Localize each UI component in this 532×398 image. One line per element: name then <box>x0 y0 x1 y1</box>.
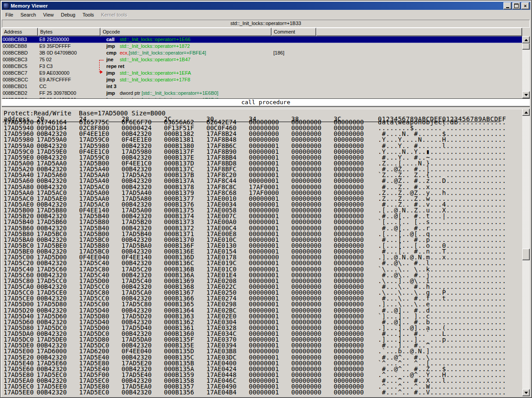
operand-mem: [std::_Init_locks::operator=+1E6B0] <box>142 90 218 96</box>
hex-value[interactable]: 17AE04B4 <box>206 390 236 395</box>
instruction-operands: std::_Init_locks::operator=+17F8 <box>120 77 190 82</box>
instruction-mnemonic: jmp <box>106 90 115 96</box>
menu-item-search[interactable]: Search <box>17 11 40 18</box>
disassembly-row[interactable]: 008BCBC3 75 02 jne std::_Init_locks::ope… <box>2 56 522 63</box>
instruction-mnemonic: repe ret <box>106 64 124 69</box>
menu-item-view[interactable]: View <box>40 11 58 18</box>
column-header-bytes[interactable]: Bytes <box>38 28 101 36</box>
instruction-comment: [186] <box>273 50 284 55</box>
hex-value[interactable]: 00000000 <box>334 390 364 395</box>
hex-value[interactable]: 00B42320 <box>37 390 67 395</box>
instruction-bytes: E8 2E030000 <box>39 37 69 42</box>
instruction-operands: std::_Init_locks::operator=+1B47 <box>120 57 190 62</box>
disassembly-row[interactable]: 008BCBC5 F3 C3 repe ret <box>2 63 522 70</box>
hex-scroll-up-button[interactable] <box>522 109 530 116</box>
maximize-button[interactable] <box>512 2 520 9</box>
hex-value[interactable]: 000B1356 <box>164 390 194 395</box>
instruction-operands: std::_Init_locks::operator=+1872 <box>120 43 190 49</box>
app-icon <box>3 3 9 9</box>
hex-row[interactable]: 17AD5EE0 #...^.. #..V...................… <box>2 390 522 395</box>
disassembly-row[interactable]: 008BCBBD 3B 0D 64709B00 cmp ecx,[std::_I… <box>2 50 522 56</box>
instruction-mnemonic: cmp <box>106 50 117 55</box>
instruction-bytes: 3B 0D 64709B00 <box>39 50 77 55</box>
menu-bar: FileSearchViewDebugToolsKernel tools <box>2 10 530 19</box>
operand-reg: ecx, <box>120 50 129 55</box>
symbol-address-bar[interactable]: std::_Init_locks::operator=+1B33 <box>2 20 530 28</box>
close-button[interactable]: × <box>521 2 529 9</box>
operand-mem: [std::_Init_locks::operator=+FBFE4] <box>129 50 206 55</box>
instruction-operands: ecx,[std::_Init_locks::operator=+FBFE4] <box>120 50 206 55</box>
instruction-bytes: FF 25 30978D00 <box>39 90 76 96</box>
operand-sym: std::_Init_locks::operator=+1EFA <box>120 70 191 76</box>
close-icon: × <box>524 4 527 8</box>
arrow-up-icon <box>524 111 528 114</box>
instruction-address: 008BCBC7 <box>3 70 27 76</box>
hex-row-ascii: #...^.. #..V................... <box>378 390 506 395</box>
minimize-button[interactable] <box>503 2 511 9</box>
title-bar[interactable]: Memory Viewer × <box>2 2 530 10</box>
instruction-operands: dword ptr [std::_Init_locks::operator=+1… <box>120 90 218 96</box>
column-header-filler <box>316 28 522 36</box>
instruction-mnemonic: int 3 <box>106 84 117 89</box>
opcode-help-bar: call procedure <box>2 98 530 106</box>
jump-arrow-icon <box>100 70 103 74</box>
operand-sym: std::_Init_locks::operator=+17F8 <box>120 77 190 82</box>
hex-value[interactable]: 00B42320 <box>121 390 151 395</box>
arrow-down-icon <box>524 392 528 394</box>
hex-value[interactable]: 00000001 <box>249 390 279 395</box>
hex-rows: 17AD5920 data\weaponobject.db...........… <box>2 119 522 396</box>
column-header-opcode[interactable]: Opcode <box>101 28 272 36</box>
instruction-address: 008BCBB3 <box>3 37 27 42</box>
arrow-down-icon <box>524 94 528 96</box>
instruction-bytes: 75 02 <box>39 57 52 62</box>
hex-scrollbar[interactable] <box>522 109 530 396</box>
instruction-mnemonic: jmp <box>106 43 115 49</box>
disassembly-row[interactable]: 008BCBD1 CC int 3 <box>2 83 522 90</box>
scrollbar-thumb[interactable] <box>522 43 530 50</box>
hex-row-address: 17AD5EE0 <box>4 390 34 395</box>
operand-sym: std::_Init_locks::operator=+1E66 <box>120 37 190 42</box>
instruction-address: 008BCBCC <box>3 77 28 82</box>
memory-viewer-window: { "window": { "title": "Memory Viewer", … <box>0 0 532 398</box>
hex-value[interactable]: 17AD5EC0 <box>79 390 109 395</box>
menu-item-file[interactable]: File <box>2 11 17 18</box>
operand-plain: dword ptr <box>120 90 142 96</box>
operand-sym: std::_Init_locks::operator=+1B47 <box>120 57 190 62</box>
instruction-address: 008BCBBD <box>3 50 28 55</box>
instruction-address: 008BCBC3 <box>3 57 27 62</box>
instruction-address: 008BCBC5 <box>3 64 27 69</box>
instruction-address: 008BCBD2 <box>3 90 27 96</box>
instruction-bytes: CC <box>39 84 46 89</box>
disassembly-row[interactable]: 008BCBD2 FF 25 30978D00 jmp dword ptr [s… <box>2 90 522 97</box>
disassembly-row[interactable]: 008BCBC7 E9 AE030000 jmp std::_Init_lock… <box>2 70 522 76</box>
instruction-bytes: E9 A7FCFFFF <box>39 77 71 82</box>
instruction-mnemonic: jmp <box>106 70 115 76</box>
instruction-bytes: E9 AE030000 <box>39 70 69 76</box>
disassembly-row[interactable]: 008BCBB8 E9 35FDFFFF jmp std::_Init_lock… <box>2 43 522 50</box>
disassembly-header: Address Bytes Opcode Comment <box>2 28 530 36</box>
instruction-bytes: E9 35FDFFFF <box>39 43 71 49</box>
scroll-up-button[interactable] <box>522 36 530 43</box>
disassembly-row[interactable]: 008BCBCC E9 A7FCFFFF jmp std::_Init_lock… <box>2 76 522 83</box>
maximize-icon <box>514 4 519 8</box>
arrow-up-icon <box>524 39 528 41</box>
hex-scroll-down-button[interactable] <box>522 389 530 396</box>
column-header-address[interactable]: Address <box>2 28 38 36</box>
hex-scrollbar-thumb[interactable] <box>522 249 530 260</box>
instruction-mnemonic: jmp <box>106 77 115 82</box>
operand-sym: std::_Init_locks::operator=+1872 <box>120 43 190 49</box>
hex-value[interactable]: 00000000 <box>291 390 321 395</box>
hex-view[interactable]: Protect:Read/Write Base=17AD5000 Size=B0… <box>2 109 522 396</box>
instruction-bytes: F3 C3 <box>39 64 53 69</box>
menu-item-kernel-tools: Kernel tools <box>97 11 130 18</box>
disassembly-row[interactable]: 008BCBB3 E8 2E030000 call std::_Init_loc… <box>2 36 522 43</box>
disassembly-list: 008BCBB3 E8 2E030000 call std::_Init_loc… <box>2 36 522 98</box>
menu-item-debug[interactable]: Debug <box>57 11 79 18</box>
minimize-icon <box>506 7 509 8</box>
instruction-mnemonic: jne <box>106 57 113 62</box>
menu-item-tools[interactable]: Tools <box>79 11 98 18</box>
scroll-down-button[interactable] <box>522 91 530 98</box>
column-header-comment[interactable]: Comment <box>272 28 316 36</box>
instruction-address: 008BCBD1 <box>3 84 27 89</box>
disassembly-scrollbar[interactable] <box>522 36 530 98</box>
